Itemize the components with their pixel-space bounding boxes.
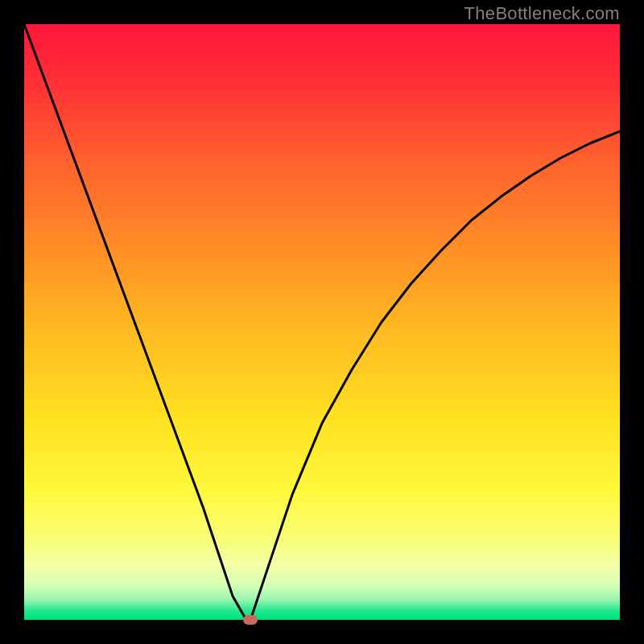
plot-area <box>24 24 620 620</box>
optimal-marker <box>243 615 258 625</box>
watermark-text: TheBottleneck.com <box>464 3 620 24</box>
chart-container: TheBottleneck.com <box>0 0 644 644</box>
bottleneck-curve <box>24 24 620 620</box>
